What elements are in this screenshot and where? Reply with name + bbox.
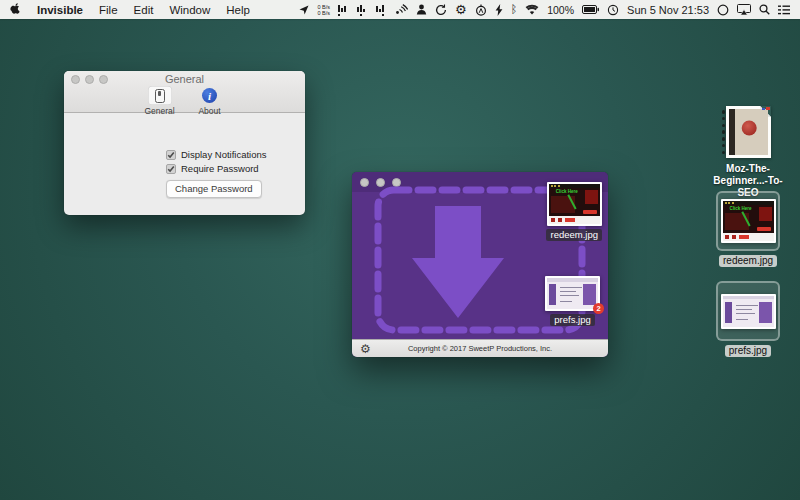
click-here-text: Click Here — [556, 189, 578, 194]
redeem-filename-label: redeem.jpg — [546, 229, 602, 241]
bluetooth-icon[interactable]: ᛒ — [511, 4, 518, 15]
menu-clock[interactable]: Sun 5 Nov 21:53 — [627, 4, 709, 16]
desktop-icon-redeem[interactable]: Click Here redeem.jpg — [709, 191, 787, 267]
battery-icon[interactable] — [582, 5, 599, 14]
desktop: Invisible File Edit Window Help 0 B/s 0 … — [0, 0, 800, 500]
hotspot-icon[interactable] — [475, 4, 487, 16]
require-password-checkbox[interactable] — [166, 164, 176, 174]
click-here-text: Click Here — [730, 206, 752, 211]
location-icon[interactable] — [299, 5, 309, 15]
apple-menu-icon[interactable] — [10, 3, 21, 16]
preferences-content: Display Notifications Require Password C… — [64, 113, 305, 198]
time-machine-icon[interactable] — [607, 4, 619, 16]
cpu-graph-icon[interactable] — [338, 4, 349, 16]
net-down: 0 B/s — [317, 10, 330, 16]
prefs-thumbnail — [721, 294, 776, 329]
notification-center-icon[interactable] — [778, 5, 790, 15]
desktop-icon-prefs[interactable]: prefs.jpg — [709, 281, 787, 357]
battery-percent: 100% — [547, 4, 574, 16]
tab-general-label: General — [144, 106, 174, 116]
about-info-icon: i — [198, 86, 222, 105]
moz-pdf-thumbnail — [726, 106, 771, 158]
wireless-signal-icon[interactable] — [395, 4, 408, 15]
redeem-filename-label: redeem.jpg — [719, 255, 777, 267]
require-password-label: Require Password — [181, 163, 259, 174]
minimize-button[interactable] — [85, 75, 94, 84]
dropped-file-prefs[interactable]: 2 prefs.jpg — [545, 276, 600, 326]
selection-highlight — [716, 281, 780, 341]
wifi-icon[interactable] — [525, 4, 539, 15]
change-password-button[interactable]: Change Password — [166, 180, 262, 198]
spotlight-icon[interactable] — [759, 4, 770, 15]
close-button[interactable] — [71, 75, 80, 84]
menu-help[interactable]: Help — [226, 4, 250, 16]
menu-edit[interactable]: Edit — [134, 4, 154, 16]
prefs-filename-label: prefs.jpg — [725, 345, 771, 357]
app-menu-title[interactable]: Invisible — [37, 4, 83, 16]
disk-graph-icon[interactable] — [376, 4, 387, 16]
prefs-filename-label: prefs.jpg — [550, 314, 594, 326]
preferences-titlebar[interactable]: General General i About — [64, 71, 305, 113]
drop-window-footer: ⚙ Copyright © 2017 SweetP Productions, I… — [352, 339, 608, 357]
traffic-lights — [71, 75, 108, 84]
tab-general[interactable]: General — [140, 86, 180, 116]
display-notifications-label: Display Notifications — [181, 149, 267, 160]
drop-window: Click Here redeem.jpg 2 prefs — [352, 172, 608, 357]
download-arrow-icon — [412, 206, 504, 318]
tab-about-label: About — [198, 106, 220, 116]
selection-highlight: Click Here — [716, 191, 780, 251]
menu-window[interactable]: Window — [169, 4, 210, 16]
close-button[interactable] — [360, 178, 369, 187]
sync-icon[interactable] — [435, 4, 447, 16]
airplay-display-icon[interactable] — [737, 4, 751, 15]
memory-graph-icon[interactable] — [357, 4, 368, 16]
redeem-thumbnail: Click Here — [721, 199, 776, 243]
network-speed-readout[interactable]: 0 B/s 0 B/s — [317, 4, 330, 16]
preferences-toolbar: General i About — [64, 86, 305, 116]
copyright-text: Copyright © 2017 SweetP Productions, Inc… — [352, 344, 608, 353]
net-up: 0 B/s — [317, 4, 330, 10]
tab-about[interactable]: i About — [190, 86, 230, 116]
dropped-file-redeem[interactable]: Click Here redeem.jpg — [546, 182, 602, 241]
redeem-thumbnail: Click Here — [547, 182, 602, 226]
siri-icon[interactable] — [717, 4, 729, 16]
menu-file[interactable]: File — [99, 4, 118, 16]
preferences-window: General General i About Display Notifica… — [64, 71, 305, 215]
require-password-row: Require Password — [166, 163, 305, 174]
display-notifications-checkbox[interactable] — [166, 150, 176, 160]
prefs-count-badge: 2 — [593, 303, 604, 314]
gear-icon[interactable]: ⚙ — [455, 3, 467, 16]
zoom-button[interactable] — [99, 75, 108, 84]
user-icon[interactable] — [416, 4, 427, 15]
general-switch-icon — [148, 86, 172, 105]
prefs-thumbnail: 2 — [545, 276, 600, 311]
menu-bar: Invisible File Edit Window Help 0 B/s 0 … — [0, 0, 800, 19]
display-notifications-row: Display Notifications — [166, 149, 305, 160]
power-bolt-icon[interactable] — [495, 4, 503, 16]
desktop-icon-moz-pdf[interactable]: Moz-The- Beginner...-To-SEO — [707, 106, 789, 199]
